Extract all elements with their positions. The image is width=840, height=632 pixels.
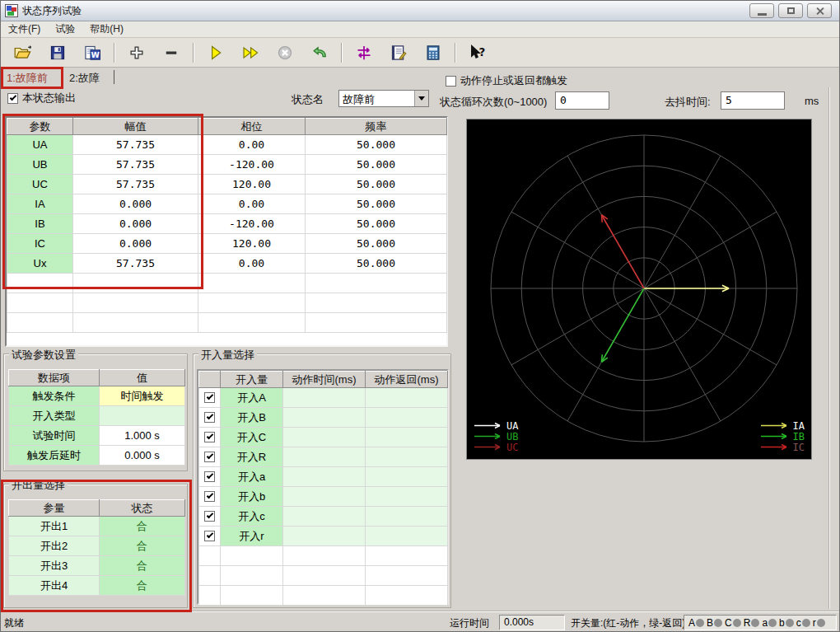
switch-indicator: b [779,617,794,629]
param-value-cell[interactable]: -120.00 [198,214,306,234]
debounce-input[interactable]: 5 [721,91,785,110]
param-value-cell[interactable]: 50.000 [306,135,447,155]
output-state-cell[interactable]: 合 [100,517,185,536]
phasor-legend-voltage: UAUBUC [474,420,518,452]
report-button[interactable] [381,40,416,65]
test-param-name: 试验时间 [9,426,100,446]
action-return-cell [366,487,448,507]
open-button[interactable] [6,40,40,65]
param-value-cell[interactable]: 0.00 [198,254,306,274]
input-checkbox-cell[interactable] [199,487,221,507]
param-value-cell[interactable]: -120.00 [198,155,306,175]
param-value-cell[interactable]: 120.00 [198,234,306,254]
window-title: 状态序列试验 [22,4,82,18]
empty-row [7,313,447,333]
trigger-mode-checkbox[interactable]: 动作停止或返回都触发 [446,73,567,88]
test-param-value[interactable]: 时间触发 [100,386,185,406]
empty-cell [283,586,366,606]
legend-arrow-icon [474,443,506,451]
empty-cell [7,293,73,313]
run-button[interactable] [198,40,233,65]
param-value-cell[interactable]: 57.735 [73,254,198,274]
add-state-button[interactable] [119,40,154,65]
switch-label: c [796,617,801,629]
param-value-cell[interactable]: 0.00 [198,135,306,155]
state-output-checkbox[interactable]: 本状态输出 [7,91,76,105]
input-checkbox-cell[interactable] [199,428,221,447]
param-value-cell[interactable]: 0.000 [73,234,198,254]
param-value-cell[interactable]: 57.735 [73,155,198,175]
restore-button[interactable] [778,3,803,18]
input-checkbox-cell[interactable] [199,507,221,527]
app-window: 状态序列试验 文件(F) 试验 帮助(H) [0,0,840,632]
param-value-cell[interactable]: 50.000 [306,194,447,214]
param-value-cell[interactable]: 0.000 [73,194,198,214]
calculator-button[interactable] [416,40,450,65]
input-checkbox-cell[interactable] [199,527,221,546]
close-button[interactable] [807,3,832,18]
help-button[interactable]: ? [460,40,495,65]
runtime-label: 运行时间 [450,616,489,630]
param-value-cell[interactable]: 50.000 [306,254,447,274]
column-header: 幅值 [73,119,198,135]
loop-count-input[interactable]: 0 [555,91,609,110]
test-param-name: 触发条件 [9,386,100,406]
param-value-cell[interactable]: 57.735 [73,175,198,194]
empty-cell [306,293,447,313]
sync-settings-button[interactable] [347,40,381,65]
menu-bar: 文件(F) 试验 帮助(H) [1,21,839,38]
test-param-value[interactable] [100,406,185,426]
state-name-dropdown[interactable]: 故障前 [338,90,429,107]
test-param-value[interactable]: 0.000 s [100,446,185,466]
switch-dot-icon [786,619,794,627]
stop-button[interactable] [268,40,302,65]
menu-help[interactable]: 帮助(H) [82,21,131,38]
param-value-cell[interactable]: 120.00 [198,175,306,194]
save-button[interactable] [40,40,75,65]
help-icon: ? [469,44,487,61]
minimize-button[interactable] [749,3,774,18]
output-state-cell[interactable]: 合 [100,576,185,596]
param-value-cell[interactable]: 0.000 [73,214,198,234]
empty-cell [221,546,283,566]
run-all-button[interactable] [233,40,268,65]
export-word-button[interactable]: W [75,40,110,65]
input-row: 开入a [199,467,448,487]
param-value-cell[interactable]: 50.000 [306,214,447,234]
dropdown-button[interactable] [414,91,428,106]
remove-state-button[interactable] [154,40,189,65]
input-checkbox-cell[interactable] [199,408,221,428]
checkbox-icon [204,531,215,541]
param-value-cell[interactable]: 50.000 [306,155,447,175]
checkbox-icon [204,392,215,403]
param-value-cell[interactable]: 0.00 [198,194,306,214]
switch-indicator: r [813,617,825,629]
checkbox-icon [204,491,215,502]
switch-indicator: a [762,617,777,629]
tab-state-1[interactable]: 1:故障前 [7,71,48,86]
param-value-cell[interactable]: 50.000 [306,234,447,254]
input-checkbox-cell[interactable] [199,447,221,467]
column-header: 参量 [9,500,100,517]
test-param-value[interactable]: 1.000 s [100,426,185,446]
input-checkbox-cell[interactable] [199,388,221,408]
param-value-cell[interactable]: 57.735 [73,135,198,155]
tab-state-2[interactable]: 2:故障 [69,71,100,86]
legend-label: UB [506,431,518,442]
sync-settings-icon [356,44,372,61]
checkbox-icon [446,76,456,87]
output-row: 开出3合 [9,556,185,576]
phasor-diagram: UAUBUC IAIBIC [466,119,812,460]
action-time-cell [283,487,366,507]
menu-test[interactable]: 试验 [48,21,82,38]
param-value-cell[interactable]: 50.000 [306,175,447,194]
output-state-cell[interactable]: 合 [100,536,185,556]
undo-button[interactable] [302,40,337,65]
output-state-cell[interactable]: 合 [100,556,185,576]
switch-label: A [688,617,695,629]
menu-file[interactable]: 文件(F) [1,21,48,38]
input-checkbox-cell[interactable] [199,467,221,487]
phasor-plot [467,119,811,459]
input-row: 开入A [199,388,448,408]
output-row: 开出4合 [9,576,185,596]
